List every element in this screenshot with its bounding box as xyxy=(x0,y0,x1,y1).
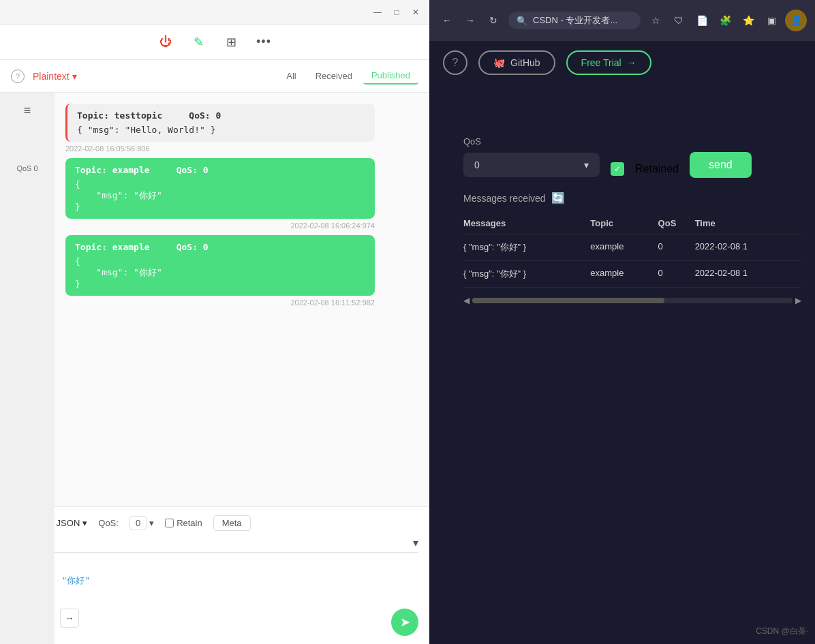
scrollbar-thumb xyxy=(472,298,664,303)
github-button[interactable]: 🐙 GitHub xyxy=(478,50,555,75)
qos-dropdown[interactable]: 0 ▾ xyxy=(463,153,600,177)
payload-format-dropdown[interactable]: JSON ▾ xyxy=(57,518,88,528)
message-sent-1: Topic: example QoS: 0 { "msg": "你好" } 20… xyxy=(65,158,375,230)
user-avatar[interactable]: 👤 xyxy=(785,10,807,31)
msg-body-1: { "msg": "Hello, World!" } xyxy=(77,125,365,135)
retained-checkbox[interactable]: ✓ xyxy=(611,162,624,176)
retain-checkbox[interactable] xyxy=(165,519,174,527)
free-trial-button[interactable]: Free Trial → xyxy=(566,50,651,75)
minimize-button[interactable]: — xyxy=(372,7,383,18)
scrollbar-track xyxy=(472,298,793,303)
cell-qos: 0 xyxy=(658,234,695,261)
retain-label: Retain xyxy=(176,518,202,528)
sent-body-2: { "msg": "你好" } xyxy=(75,256,365,289)
messages-table: Messages Topic QoS Time { "msg": "你好" } … xyxy=(463,213,801,288)
qos-dropdown-value: 0 xyxy=(474,159,480,170)
back-icon[interactable]: ← xyxy=(437,11,457,30)
star-icon[interactable]: ☆ xyxy=(646,11,665,30)
msg-timestamp-1: 2022-02-08 16:05:56:806 xyxy=(65,144,375,153)
tab-published[interactable]: Published xyxy=(363,67,418,85)
sent-bubble-2: Topic: example QoS: 0 { "msg": "你好" } xyxy=(65,235,375,296)
chat-area[interactable]: Topic: testtopic QoS: 0 { "msg": "Hello,… xyxy=(0,93,429,506)
connection-label: QoS 0 xyxy=(16,164,37,172)
payload-dropdown-icon: ▾ xyxy=(82,518,87,528)
close-button[interactable]: ✕ xyxy=(410,7,421,18)
cell-topic: example xyxy=(590,234,658,261)
github-icon: 🐙 xyxy=(493,57,505,68)
payload-format-value: JSON xyxy=(57,518,80,528)
sent-timestamp-1: 2022-02-08 16:06:24:974 xyxy=(65,221,375,230)
shield-icon[interactable]: 🛡 xyxy=(669,11,688,30)
retained-label: Retained xyxy=(635,163,679,175)
github-label: GitHub xyxy=(510,57,540,68)
json-value: "你好" xyxy=(61,575,90,585)
extension-icon[interactable]: 🧩 xyxy=(716,11,735,30)
collections-icon[interactable]: ▣ xyxy=(762,11,781,30)
meta-button[interactable]: Meta xyxy=(213,515,251,531)
free-trial-label: Free Trial xyxy=(581,57,621,68)
topic-input[interactable] xyxy=(11,537,413,548)
help-icon[interactable]: ? xyxy=(443,50,467,75)
plaintext-dropdown[interactable]: Plaintext ▾ xyxy=(33,71,77,82)
connection-badge: QoS 0 xyxy=(7,164,48,172)
dropdown-arrow-icon: ▾ xyxy=(72,71,77,82)
power-icon[interactable]: ⏻ xyxy=(155,31,176,53)
maximize-button[interactable]: □ xyxy=(391,7,402,18)
qos-compose-control: 0 ▾ xyxy=(129,516,154,530)
topic-dropdown-icon[interactable]: ▾ xyxy=(413,536,418,549)
retained-row: ✓ Retained xyxy=(611,162,679,176)
sidebar-menu-icon[interactable]: ≡ xyxy=(24,104,31,118)
plaintext-label: Plaintext xyxy=(33,71,70,82)
cell-qos: 0 xyxy=(658,261,695,288)
forward-icon[interactable]: → xyxy=(461,11,480,30)
received-bubble-1: Topic: testtopic QoS: 0 { "msg": "Hello,… xyxy=(65,104,375,142)
arrow-right-icon: → xyxy=(627,57,636,68)
col-qos: QoS xyxy=(658,213,695,234)
tab-received[interactable]: Received xyxy=(307,68,360,84)
msg-topic-1: Topic: testtopic QoS: 0 xyxy=(77,110,365,121)
qos-dropdown-arrow-icon[interactable]: ▾ xyxy=(149,518,154,528)
col-messages: Messages xyxy=(463,213,590,234)
refresh-messages-icon[interactable]: 🔄 xyxy=(551,191,565,204)
sent-topic-2: Topic: example QoS: 0 xyxy=(75,242,365,252)
scroll-left-icon[interactable]: ◀ xyxy=(463,296,470,305)
forward-nav-button[interactable]: → xyxy=(60,609,79,628)
col-time: Time xyxy=(695,213,801,234)
send-button[interactable]: send xyxy=(690,152,752,178)
cell-time: 2022-02-08 1 xyxy=(695,234,801,261)
favorites-icon[interactable]: ⭐ xyxy=(739,11,758,30)
sent-topic-1: Topic: example QoS: 0 xyxy=(75,165,365,175)
more-options-icon[interactable]: ••• xyxy=(253,31,275,53)
qos-section-label: QoS xyxy=(463,136,801,147)
cell-message: { "msg": "你好" } xyxy=(463,234,590,261)
compose-area: Payload: JSON ▾ QoS: 0 ▾ Retain Meta ▾ {… xyxy=(0,506,429,645)
horizontal-scrollbar[interactable]: ◀ ▶ xyxy=(463,296,801,305)
messages-header: Messages received 🔄 xyxy=(463,191,801,204)
right-panel: QoS 0 ▾ ✓ Retained send Messages receive… xyxy=(450,123,815,644)
cell-topic: example xyxy=(590,261,658,288)
csdn-watermark: CSDN @白茶· xyxy=(756,626,808,637)
messages-received-label: Messages received xyxy=(463,193,546,204)
sent-bubble-1: Topic: example QoS: 0 { "msg": "你好" } xyxy=(65,158,375,219)
refresh-browser-icon[interactable]: ↻ xyxy=(484,11,503,30)
mqtt-toolbar: ⏻ ✎ ⊞ ••• xyxy=(0,25,429,60)
address-bar[interactable]: 🔍 CSDN - 专业开发者... xyxy=(508,12,641,29)
address-text: CSDN - 专业开发者... xyxy=(533,14,617,27)
reader-icon[interactable]: 📄 xyxy=(692,11,711,30)
tab-all[interactable]: All xyxy=(278,68,304,84)
help-icon-text: ? xyxy=(452,57,459,69)
window-titlebar: — □ ✕ xyxy=(0,0,429,25)
topic-row: ▾ xyxy=(11,536,418,553)
msg-help-icon[interactable]: ? xyxy=(11,70,25,83)
retain-checkbox-row: Retain xyxy=(165,518,202,528)
send-message-button[interactable]: ➤ xyxy=(391,609,418,636)
add-tab-icon[interactable]: ⊞ xyxy=(220,31,242,53)
chevron-down-icon: ▾ xyxy=(584,159,589,170)
message-received-1: Topic: testtopic QoS: 0 { "msg": "Hello,… xyxy=(65,104,375,153)
edit-icon[interactable]: ✎ xyxy=(187,31,209,53)
cell-message: { "msg": "你好" } xyxy=(463,261,590,288)
table-row: { "msg": "你好" } example 0 2022-02-08 1 xyxy=(463,234,801,261)
scroll-right-icon[interactable]: ▶ xyxy=(795,296,801,305)
compose-options-row: Payload: JSON ▾ QoS: 0 ▾ Retain Meta xyxy=(11,515,418,531)
json-editor[interactable]: { "msg": "你好" } xyxy=(11,558,418,604)
